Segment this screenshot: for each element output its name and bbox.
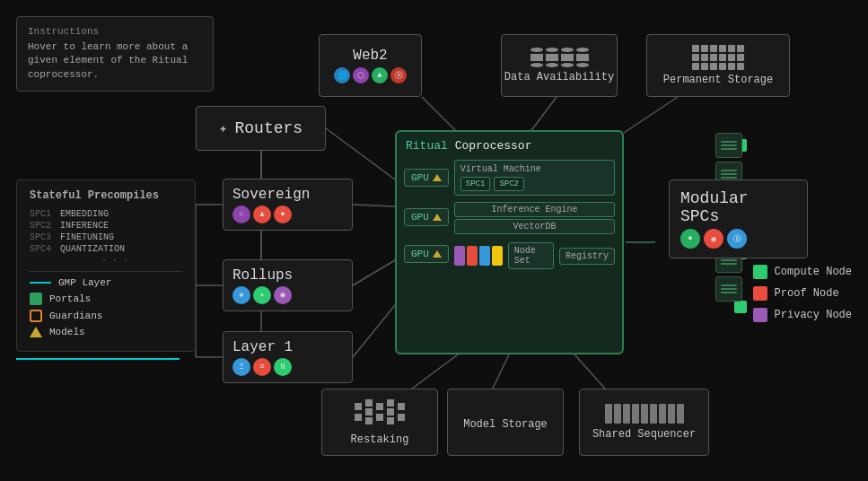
registry-box: Registry [559,248,615,265]
rollups-icon-2: ✦ [253,286,271,304]
web2-title: Web2 [353,48,387,64]
shared-sequencer-box[interactable]: Shared Sequencer [579,389,709,456]
modular-spcs-box[interactable]: Modular SPCs ● ◉ Ⓑ [669,179,808,258]
instructions-box: Instructions Hover to learn more about a… [16,16,214,92]
rollups-title: Rollups [232,267,293,284]
sovereign-icon-2: ▲ [253,206,271,223]
svg-line-13 [353,305,395,357]
instructions-text: Hover to learn more about a given elemen… [28,40,202,82]
gpu-triangle-1 [433,174,442,181]
ritual-coprocessor-title: Ritual Coprocessor [404,139,615,153]
routers-box[interactable]: ✦ Routers [196,106,326,151]
module-chip-1 [715,133,742,158]
sovereign-icon-3: ● [274,206,292,223]
svg-rect-26 [376,414,383,421]
gpu-box-2: GPU [404,208,449,226]
layer1-box[interactable]: Layer 1 Ξ ≡ N [223,331,353,383]
routers-label: Routers [235,119,303,137]
layer1-icons: Ξ ≡ N [232,358,292,376]
sovereign-icon-1: ○ [232,206,250,223]
svg-line-0 [422,97,458,133]
layer1-title: Layer 1 [232,339,293,355]
model-storage-box[interactable]: Model Storage [447,389,564,456]
privacy-node-row: Privacy Node [753,308,852,322]
model-storage-label: Model Storage [463,418,548,431]
spc-row-4: SPC4 QUANTIZATION [30,244,182,254]
svg-rect-21 [355,414,362,421]
svg-rect-29 [387,417,394,424]
nodeset-row: Node Set Registry [454,242,615,269]
layer1-icon-2: ≡ [253,358,271,376]
compute-node-icon [753,265,767,279]
guardians-icon [30,310,42,322]
inference-engine-box: Inference Engine [454,202,615,217]
svg-line-12 [353,260,395,285]
da-label: Data Availability [504,71,614,83]
gpu-triangle-2 [433,214,442,221]
legend-box: Stateful Precompiles SPC1 EMBEDDING SPC2… [16,179,196,352]
color-block-yellow [492,246,503,266]
gpu-box-3: GPU [404,245,449,263]
restaking-box[interactable]: Restaking [321,389,438,456]
data-availability-box[interactable]: Data Availability [501,34,618,97]
spc2-chip: SPC2 [494,177,524,191]
nodeset-label: Node Set [508,242,554,269]
web2-icons: 🌐 ⬡ ▲ Ⓡ [334,67,407,83]
portals-icon [30,293,42,305]
permanent-storage-box[interactable]: Permanent Storage [646,34,790,97]
da-icon [530,48,589,67]
web2-box[interactable]: Web2 🌐 ⬡ ▲ Ⓡ [319,34,422,97]
web2-icon-3: ▲ [372,67,388,83]
rollups-box[interactable]: Rollups ◈ ✦ ◉ [223,259,353,311]
ps-label: Permanent Storage [663,74,773,86]
gpu-row-2: GPU Inference Engine VectorDB [404,199,615,234]
svg-rect-28 [387,408,394,415]
sovereign-title: Sovereign [232,187,310,203]
ritual-coprocessor-box[interactable]: Ritual Coprocessor GPU Virtual Machine S… [395,130,624,354]
web2-icon-4: Ⓡ [390,67,407,83]
spc1-chip: SPC1 [460,177,491,191]
svg-line-2 [624,97,678,133]
svg-rect-27 [387,399,394,407]
stateful-precompiles-title: Stateful Precompiles [30,189,182,202]
node-type-legend: Compute Node Proof Node Privacy Node [753,265,852,329]
mspc-icons: ● ◉ Ⓑ [680,229,747,249]
routers-icon: ✦ [219,119,228,137]
color-block-purple [454,246,465,266]
compute-node-row: Compute Node [753,265,852,279]
instructions-title: Instructions [28,26,202,37]
mspc-icon-1: ● [680,229,700,249]
legend-gmp: GMP Layer [30,277,182,288]
color-blocks [454,246,503,266]
mspc-icon-3: Ⓑ [727,229,747,249]
legend-portals: Portals [30,293,182,305]
color-block-red [467,246,478,266]
svg-rect-30 [398,403,405,410]
restaking-label: Restaking [351,433,409,446]
svg-rect-20 [355,403,362,410]
shared-sequencer-label: Shared Sequencer [592,428,696,441]
vm-panel: Virtual Machine SPC1 SPC2 [454,160,615,196]
gpu-box-1: GPU [404,169,449,187]
web2-icon-1: 🌐 [334,67,350,83]
green-sq-4 [734,301,747,313]
svg-line-11 [353,205,395,206]
privacy-node-icon [753,308,767,322]
web2-icon-2: ⬡ [353,67,369,83]
gmp-line-icon [30,282,51,284]
layer1-icon-3: N [274,358,292,376]
privacy-node-label: Privacy Node [775,309,852,321]
vectordb-box: VectorDB [454,219,615,234]
module-chip-6 [715,276,742,302]
gpu-row-3: GPU Node Set Registry [404,238,615,269]
svg-line-3 [326,128,395,179]
svg-rect-31 [398,414,405,421]
gpu-row-1: GPU Virtual Machine SPC1 SPC2 [404,160,615,196]
svg-rect-25 [376,403,383,410]
legend-models: Models [30,327,182,337]
layer1-icon-1: Ξ [232,358,250,376]
modular-spcs-title: Modular SPCs [680,189,796,225]
spc-row-2: SPC2 INFERENCE [30,221,182,231]
sovereign-box[interactable]: Sovereign ○ ▲ ● [223,179,353,231]
vm-spc-chips: SPC1 SPC2 [460,177,609,191]
